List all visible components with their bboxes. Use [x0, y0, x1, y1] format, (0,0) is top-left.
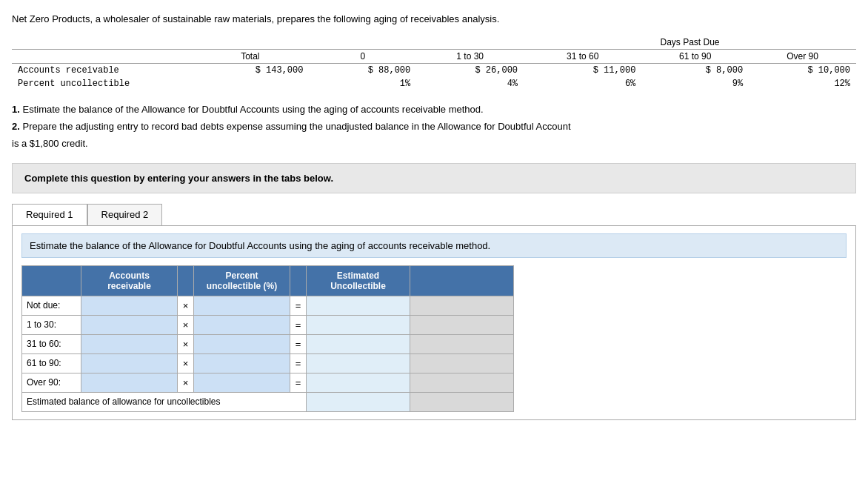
pct-input-31to60-field[interactable]: [194, 335, 290, 353]
question-1: 1. Estimate the balance of the Allowance…: [12, 101, 856, 118]
question-2: 2. Prepare the adjusting entry to record…: [12, 118, 856, 153]
extra-1to30: [410, 315, 514, 334]
header-empty: [22, 265, 81, 296]
col-over90-header: Over 90: [749, 49, 856, 63]
pct-input-1to30-field[interactable]: [194, 316, 290, 333]
pct-label: Percent uncollectible: [12, 77, 191, 90]
total-label: Estimated balance of allowance for uncol…: [22, 392, 307, 411]
tab-required-2[interactable]: Required 2: [87, 204, 163, 225]
col-61to90-header: 61 to 90: [641, 49, 749, 63]
x-symbol-not-due: ×: [178, 296, 194, 315]
table-row-not-due: Not due: × =: [22, 296, 514, 315]
result-31to60[interactable]: [307, 334, 410, 353]
questions-section: 1. Estimate the balance of the Allowance…: [12, 101, 856, 153]
tab-required-1[interactable]: Required 1: [12, 204, 87, 225]
ar-input-1to30[interactable]: [81, 315, 178, 334]
pct-c1to30: 4%: [416, 77, 524, 90]
equals-over90: =: [290, 373, 307, 392]
pct-input-61to90[interactable]: [194, 353, 290, 373]
ar-cover90: $ 10,000: [749, 63, 856, 77]
result-over90[interactable]: [307, 373, 410, 392]
col-0-header: 0: [309, 49, 416, 63]
ar-input-not-due[interactable]: [81, 296, 178, 315]
days-past-due-header: Days Past Due: [524, 36, 856, 50]
intro-text: Net Zero Products, a wholesaler of susta…: [12, 12, 856, 27]
table-row-1to30: 1 to 30: × =: [22, 315, 514, 334]
x-symbol-1to30: ×: [178, 315, 194, 334]
pct-input-not-due[interactable]: [194, 296, 290, 315]
pct-c31to60: 6%: [524, 77, 641, 90]
result-1to30[interactable]: [307, 315, 410, 334]
row-label-over90: Over 90:: [22, 373, 81, 392]
ar-c61to90: $ 8,000: [641, 63, 749, 77]
pct-input-1to30[interactable]: [194, 315, 290, 334]
ar-total: $ 143,000: [191, 63, 309, 77]
result-31to60-field[interactable]: [307, 335, 410, 353]
table-row-31to60: 31 to 60: × =: [22, 334, 514, 353]
ar-input-1to30-field[interactable]: [81, 316, 177, 333]
extra-total: [410, 392, 514, 411]
pct-input-not-due-field[interactable]: [194, 296, 290, 314]
result-1to30-field[interactable]: [307, 316, 410, 333]
x-symbol-31to60: ×: [178, 334, 194, 353]
instruction-box: Complete this question by entering your …: [12, 163, 856, 193]
extra-31to60: [410, 334, 514, 353]
ar-input-not-due-field[interactable]: [81, 296, 177, 314]
table-row-61to90: 61 to 90: × =: [22, 353, 514, 373]
result-not-due[interactable]: [307, 296, 410, 315]
extra-over90: [410, 373, 514, 392]
total-result[interactable]: [307, 392, 410, 411]
x-symbol-over90: ×: [178, 373, 194, 392]
tabs-row: Required 1 Required 2: [12, 204, 856, 225]
header-accounts-receivable: Accountsreceivable: [81, 265, 178, 296]
table-row-over90: Over 90: × =: [22, 373, 514, 392]
equals-61to90: =: [290, 353, 307, 373]
ar-input-over90-field[interactable]: [81, 374, 177, 391]
ar-input-61to90-field[interactable]: [81, 354, 177, 372]
ar-label: Accounts receivable: [12, 63, 191, 77]
row-label-31to60: 31 to 60:: [22, 334, 81, 353]
equals-31to60: =: [290, 334, 307, 353]
result-61to90-field[interactable]: [307, 354, 410, 372]
result-over90-field[interactable]: [307, 374, 410, 391]
row-label-not-due: Not due:: [22, 296, 81, 315]
result-not-due-field[interactable]: [307, 296, 410, 314]
extra-61to90: [410, 353, 514, 373]
ar-c1to30: $ 26,000: [416, 63, 524, 77]
equals-not-due: =: [290, 296, 307, 315]
total-result-field[interactable]: [307, 393, 410, 411]
extra-not-due: [410, 296, 514, 315]
x-symbol-61to90: ×: [178, 353, 194, 373]
ar-input-31to60[interactable]: [81, 334, 178, 353]
header-percent-uncollectible: Percentuncollectible (%): [194, 265, 290, 296]
ar-input-over90[interactable]: [81, 373, 178, 392]
ar-c0: $ 88,000: [309, 63, 416, 77]
header-extra: [410, 265, 514, 296]
header-equals-symbol: [290, 265, 307, 296]
tabs-container: Required 1 Required 2 Estimate the balan…: [12, 204, 856, 420]
col-1to30-header: 1 to 30: [416, 49, 524, 63]
ar-input-61to90[interactable]: [81, 353, 178, 373]
row-label-61to90: 61 to 90:: [22, 353, 81, 373]
aging-table: Days Past Due Total 0 1 to 30 31 to 60 6…: [12, 36, 856, 90]
pct-input-over90-field[interactable]: [194, 374, 290, 391]
pct-c61to90: 9%: [641, 77, 749, 90]
pct-input-over90[interactable]: [194, 373, 290, 392]
tab-content-required-1: Estimate the balance of the Allowance fo…: [12, 225, 856, 420]
header-x-symbol: [178, 265, 194, 296]
tab-description: Estimate the balance of the Allowance fo…: [21, 233, 847, 258]
equals-1to30: =: [290, 315, 307, 334]
row-label-1to30: 1 to 30:: [22, 315, 81, 334]
pct-total: [191, 77, 309, 90]
table-row-total: Estimated balance of allowance for uncol…: [22, 392, 514, 411]
pct-input-31to60[interactable]: [194, 334, 290, 353]
result-61to90[interactable]: [307, 353, 410, 373]
header-estimated-uncollectible: EstimatedUncollectible: [307, 265, 410, 296]
ar-c31to60: $ 11,000: [524, 63, 641, 77]
pct-c0: 1%: [309, 77, 416, 90]
pct-cover90: 12%: [749, 77, 856, 90]
ar-input-31to60-field[interactable]: [81, 335, 177, 353]
col-31to60-header: 31 to 60: [524, 49, 641, 63]
col-total-header: Total: [191, 49, 309, 63]
pct-input-61to90-field[interactable]: [194, 354, 290, 372]
